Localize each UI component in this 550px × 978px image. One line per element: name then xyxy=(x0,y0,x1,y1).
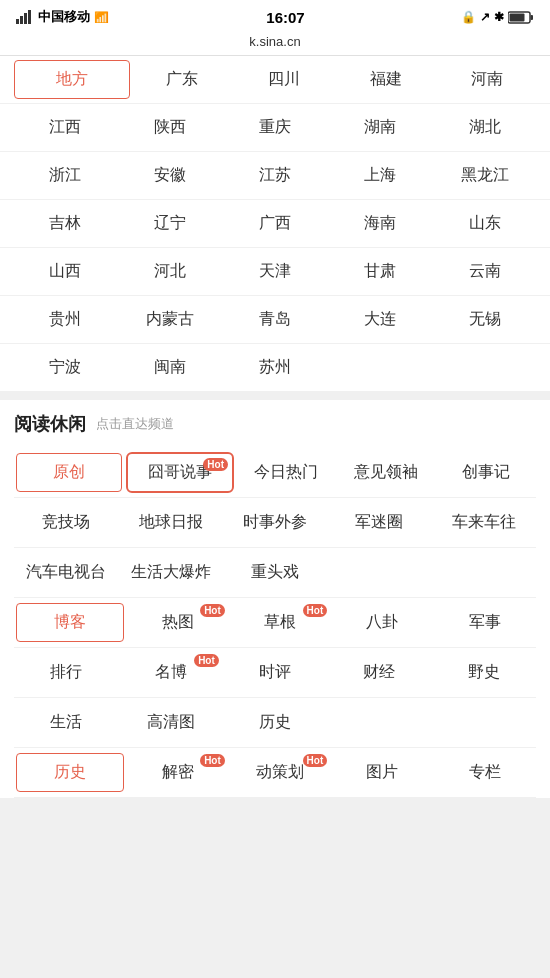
region-row: 山西河北天津甘肃云南 xyxy=(0,248,550,296)
hot-badge: Hot xyxy=(203,458,228,471)
region-cell[interactable]: 内蒙古 xyxy=(117,296,222,343)
channel-rows: 原创囧哥说事Hot今日热门意见领袖创事记竞技场地球日报时事外参军迷圈车来车往汽车… xyxy=(14,448,536,798)
region-cell[interactable]: 广西 xyxy=(222,200,327,247)
channel-cell[interactable]: 草根Hot xyxy=(229,600,331,645)
channel-row: 原创囧哥说事Hot今日热门意见领袖创事记 xyxy=(14,448,536,498)
channel-cell[interactable]: 车来车往 xyxy=(432,500,536,545)
region-cell[interactable]: 地方 xyxy=(14,60,130,99)
status-right: 🔒 ↗ ✱ xyxy=(461,10,534,24)
region-cell[interactable]: 山东 xyxy=(433,200,538,247)
region-cell[interactable]: 陕西 xyxy=(117,104,222,151)
region-cell[interactable]: 黑龙江 xyxy=(433,152,538,199)
channel-cell[interactable]: 生活 xyxy=(14,700,118,745)
region-cell[interactable]: 湖北 xyxy=(433,104,538,151)
region-cell[interactable]: 天津 xyxy=(222,248,327,295)
channel-cell[interactable]: 动策划Hot xyxy=(229,750,331,795)
region-cell[interactable]: 上海 xyxy=(328,152,433,199)
channel-cell[interactable]: 囧哥说事Hot xyxy=(126,452,234,493)
channel-cell[interactable]: 汽车电视台 xyxy=(14,550,118,595)
region-row: 浙江安徽江苏上海黑龙江 xyxy=(0,152,550,200)
channel-cell[interactable]: 创事记 xyxy=(436,450,536,495)
reading-section: 阅读休闲 点击直达频道 原创囧哥说事Hot今日热门意见领袖创事记竞技场地球日报时… xyxy=(0,400,550,798)
channel-cell[interactable]: 野史 xyxy=(432,650,536,695)
region-cell[interactable]: 苏州 xyxy=(222,344,327,391)
region-tabs: 地方广东四川福建河南江西陕西重庆湖南湖北浙江安徽江苏上海黑龙江吉林辽宁广西海南山… xyxy=(0,56,550,392)
status-left: 中国移动 📶 xyxy=(16,8,110,26)
channel-cell[interactable]: 图片 xyxy=(331,750,433,795)
channel-cell[interactable]: 历史 xyxy=(16,753,124,792)
channel-cell[interactable]: 重头戏 xyxy=(223,550,327,595)
region-cell[interactable] xyxy=(328,355,433,381)
main-content: 地方广东四川福建河南江西陕西重庆湖南湖北浙江安徽江苏上海黑龙江吉林辽宁广西海南山… xyxy=(0,56,550,798)
region-cell[interactable]: 河南 xyxy=(436,56,538,103)
region-cell[interactable]: 江苏 xyxy=(222,152,327,199)
hot-badge: Hot xyxy=(200,604,225,617)
region-cell[interactable] xyxy=(433,355,538,381)
channel-row: 博客热图Hot草根Hot八卦军事 xyxy=(14,598,536,648)
region-cell[interactable]: 吉林 xyxy=(12,200,117,247)
region-cell[interactable]: 江西 xyxy=(12,104,117,151)
channel-cell[interactable]: 时事外参 xyxy=(223,500,327,545)
region-cell[interactable]: 山西 xyxy=(12,248,117,295)
battery-icon xyxy=(508,11,534,24)
region-cell[interactable]: 四川 xyxy=(233,56,335,103)
region-cell[interactable]: 安徽 xyxy=(117,152,222,199)
region-cell[interactable]: 辽宁 xyxy=(117,200,222,247)
hot-badge: Hot xyxy=(194,654,219,667)
channel-cell[interactable]: 解密Hot xyxy=(126,750,228,795)
region-cell[interactable]: 湖南 xyxy=(328,104,433,151)
channel-cell[interactable]: 意见领袖 xyxy=(336,450,436,495)
region-cell[interactable]: 大连 xyxy=(328,296,433,343)
region-cell[interactable]: 重庆 xyxy=(222,104,327,151)
region-cell[interactable]: 青岛 xyxy=(222,296,327,343)
region-cell[interactable]: 贵州 xyxy=(12,296,117,343)
channel-cell[interactable]: 专栏 xyxy=(434,750,536,795)
section-divider xyxy=(0,392,550,400)
url-bar[interactable]: k.sina.cn xyxy=(0,30,550,56)
hot-badge: Hot xyxy=(303,604,328,617)
channel-cell[interactable]: 高清图 xyxy=(118,700,222,745)
region-cell[interactable]: 广东 xyxy=(132,56,234,103)
svg-rect-7 xyxy=(510,13,525,21)
channel-cell[interactable]: 热图Hot xyxy=(126,600,228,645)
channel-cell[interactable]: 名博Hot xyxy=(118,650,222,695)
region-row: 江西陕西重庆湖南湖北 xyxy=(0,104,550,152)
region-cell[interactable]: 宁波 xyxy=(12,344,117,391)
channel-cell[interactable]: 博客 xyxy=(16,603,124,642)
channel-cell[interactable]: 竞技场 xyxy=(14,500,118,545)
hot-badge: Hot xyxy=(303,754,328,767)
channel-row: 排行名博Hot时评财经野史 xyxy=(14,648,536,698)
region-cell[interactable]: 浙江 xyxy=(12,152,117,199)
arrow-icon: ↗ xyxy=(480,10,490,24)
status-bar: 中国移动 📶 16:07 🔒 ↗ ✱ xyxy=(0,0,550,30)
region-cell[interactable]: 闽南 xyxy=(117,344,222,391)
hot-badge: Hot xyxy=(200,754,225,767)
channel-cell[interactable]: 八卦 xyxy=(331,600,433,645)
svg-rect-3 xyxy=(28,10,31,24)
region-cell[interactable]: 甘肃 xyxy=(328,248,433,295)
channel-cell[interactable]: 地球日报 xyxy=(118,500,222,545)
bluetooth-icon: ✱ xyxy=(494,10,504,24)
channel-cell[interactable]: 生活大爆炸 xyxy=(118,550,222,595)
channel-row: 汽车电视台生活大爆炸重头戏 xyxy=(14,548,536,598)
channel-cell[interactable]: 历史 xyxy=(223,700,327,745)
region-cell[interactable]: 无锡 xyxy=(433,296,538,343)
channel-cell[interactable]: 军事 xyxy=(434,600,536,645)
svg-rect-1 xyxy=(20,16,23,24)
channel-cell[interactable]: 时评 xyxy=(223,650,327,695)
channel-cell[interactable]: 今日热门 xyxy=(236,450,336,495)
channel-cell[interactable]: 军迷圈 xyxy=(327,500,431,545)
signal-icon xyxy=(16,10,34,24)
reading-subtitle: 点击直达频道 xyxy=(96,415,174,433)
region-cell[interactable]: 云南 xyxy=(433,248,538,295)
svg-rect-0 xyxy=(16,19,19,24)
region-cell[interactable]: 福建 xyxy=(335,56,437,103)
reading-header: 阅读休闲 点击直达频道 xyxy=(14,412,536,436)
channel-cell[interactable]: 排行 xyxy=(14,650,118,695)
channel-cell[interactable]: 原创 xyxy=(16,453,122,492)
channel-cell[interactable]: 财经 xyxy=(327,650,431,695)
channel-row: 竞技场地球日报时事外参军迷圈车来车往 xyxy=(14,498,536,548)
region-cell[interactable]: 河北 xyxy=(117,248,222,295)
region-cell[interactable]: 海南 xyxy=(328,200,433,247)
region-row: 地方广东四川福建河南 xyxy=(0,56,550,104)
